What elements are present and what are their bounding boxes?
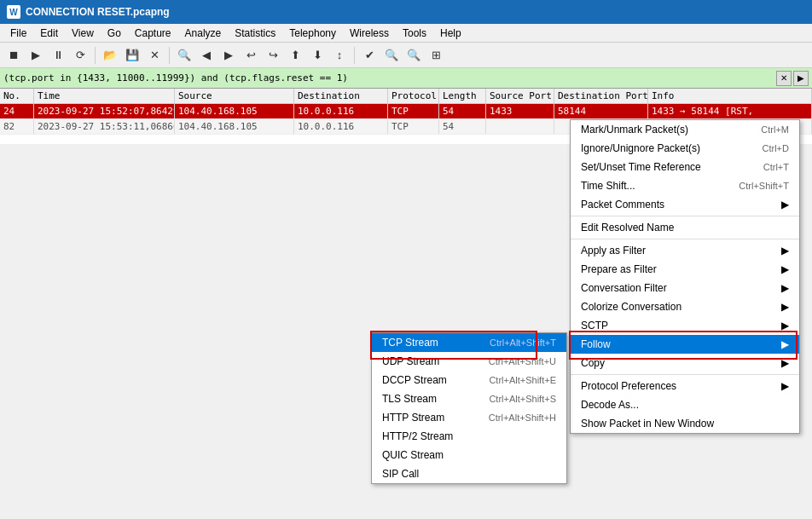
go-back-btn[interactable]: ◀ bbox=[196, 45, 217, 66]
save-btn[interactable]: 💾 bbox=[122, 45, 142, 66]
close-btn[interactable]: ✕ bbox=[144, 45, 165, 66]
packet-dstport: 58144 bbox=[554, 104, 648, 118]
sep1 bbox=[95, 47, 96, 64]
table-row[interactable]: 24 2023-09-27 15:52:07,864298 104.40.168… bbox=[0, 104, 812, 119]
menu-telephony[interactable]: Telephony bbox=[282, 26, 343, 41]
sep2 bbox=[169, 47, 170, 64]
pause-btn[interactable]: ⏸ bbox=[48, 45, 68, 66]
menu-time-ref-label: Set/Unset Time Reference bbox=[581, 161, 701, 173]
menu-copy[interactable]: Copy ▶ bbox=[571, 354, 799, 372]
menu-bar: File Edit View Go Capture Analyze Statis… bbox=[0, 24, 812, 43]
col-header-dest: Destination bbox=[294, 89, 388, 103]
follow-http2-stream[interactable]: HTTP/2 Stream bbox=[372, 427, 566, 446]
follow-sip-call[interactable]: SIP Call bbox=[372, 464, 566, 483]
menu-edit-resolved[interactable]: Edit Resolved Name bbox=[571, 218, 799, 237]
chevron-right-icon: ▶ bbox=[781, 263, 789, 275]
menu-sctp-label: SCTP bbox=[581, 320, 608, 332]
menu-statistics[interactable]: Statistics bbox=[228, 26, 282, 41]
next-btn[interactable]: ↪ bbox=[263, 45, 283, 66]
filter-text[interactable]: (tcp.port in {1433, 11000..11999}) and (… bbox=[3, 72, 774, 84]
separator bbox=[571, 239, 799, 239]
main-context-menu[interactable]: Mark/Unmark Packet(s) Ctrl+M Ignore/Unig… bbox=[570, 119, 800, 434]
filter-apply-btn[interactable]: ✔ bbox=[359, 45, 380, 66]
menu-file[interactable]: File bbox=[3, 26, 33, 41]
filter-close-btn[interactable]: ✕ bbox=[776, 71, 792, 86]
start-btn[interactable]: ▶ bbox=[26, 45, 46, 66]
follow-tcp-stream[interactable]: TCP Stream Ctrl+Alt+Shift+T bbox=[372, 333, 566, 352]
follow-http-stream[interactable]: HTTP Stream Ctrl+Alt+Shift+H bbox=[372, 408, 566, 427]
prev-btn[interactable]: ↩ bbox=[241, 45, 261, 66]
separator bbox=[571, 374, 799, 375]
follow-dccp-stream[interactable]: DCCP Stream Ctrl+Alt+Shift+E bbox=[372, 371, 566, 389]
tls-stream-label: TLS Stream bbox=[382, 393, 437, 405]
packet-proto: TCP bbox=[388, 119, 439, 134]
packet-no: 24 bbox=[0, 104, 34, 118]
menu-mark-unmark[interactable]: Mark/Unmark Packet(s) Ctrl+M bbox=[571, 120, 799, 139]
up-btn[interactable]: ⬆ bbox=[285, 45, 305, 66]
menu-analyze[interactable]: Analyze bbox=[178, 26, 229, 41]
search-btn[interactable]: 🔍 bbox=[174, 45, 194, 66]
packet-time: 2023-09-27 15:52:07,864298 bbox=[34, 104, 175, 118]
menu-protocol-prefs-label: Protocol Preferences bbox=[581, 380, 676, 392]
menu-time-shift[interactable]: Time Shift... Ctrl+Shift+T bbox=[571, 176, 799, 195]
menu-tools[interactable]: Tools bbox=[396, 26, 433, 41]
zoom-out-btn[interactable]: 🔍 bbox=[403, 45, 424, 66]
menu-sctp[interactable]: SCTP ▶ bbox=[571, 316, 799, 335]
menu-colorize[interactable]: Colorize Conversation ▶ bbox=[571, 297, 799, 316]
goto-btn[interactable]: ↕ bbox=[329, 45, 350, 66]
col-header-srcport: Source Port bbox=[486, 89, 554, 103]
packet-info: 1433 → 58144 [RST, bbox=[648, 104, 812, 118]
packet-srcport bbox=[486, 119, 554, 134]
stop-btn[interactable]: ⏹ bbox=[3, 45, 24, 66]
menu-ignore-label: Ignore/Unignore Packet(s) bbox=[581, 142, 700, 154]
col-header-info: Info bbox=[648, 89, 812, 103]
follow-udp-stream[interactable]: UDP Stream Ctrl+Alt+Shift+U bbox=[372, 352, 566, 371]
menu-decode-as[interactable]: Decode As... bbox=[571, 395, 799, 414]
menu-packet-comments[interactable]: Packet Comments ▶ bbox=[571, 195, 799, 214]
zoom-in-btn[interactable]: 🔍 bbox=[381, 45, 402, 66]
http-stream-shortcut: Ctrl+Alt+Shift+H bbox=[489, 412, 556, 423]
menu-protocol-prefs[interactable]: Protocol Preferences ▶ bbox=[571, 377, 799, 395]
menu-time-ref[interactable]: Set/Unset Time Reference Ctrl+T bbox=[571, 158, 799, 176]
http-stream-label: HTTP Stream bbox=[382, 412, 444, 424]
packet-srcport: 1433 bbox=[486, 104, 554, 118]
zoom-fit-btn[interactable]: ⊞ bbox=[426, 45, 446, 66]
follow-quic-stream[interactable]: QUIC Stream bbox=[372, 446, 566, 464]
menu-ignore-unignore[interactable]: Ignore/Unignore Packet(s) Ctrl+D bbox=[571, 139, 799, 158]
filter-apply-icon[interactable]: ▶ bbox=[793, 71, 809, 86]
menu-follow[interactable]: Follow ▶ bbox=[571, 335, 799, 354]
dccp-stream-shortcut: Ctrl+Alt+Shift+E bbox=[489, 375, 556, 385]
menu-apply-filter-label: Apply as Filter bbox=[581, 245, 646, 257]
menu-wireless[interactable]: Wireless bbox=[343, 26, 396, 41]
window-title: CONNECTION RESET.pcapng bbox=[26, 6, 170, 18]
menu-show-packet-new-window[interactable]: Show Packet in New Window bbox=[571, 414, 799, 433]
chevron-right-icon: ▶ bbox=[781, 357, 789, 369]
menu-prepare-filter[interactable]: Prepare as Filter ▶ bbox=[571, 260, 799, 279]
restart-btn[interactable]: ⟳ bbox=[70, 45, 90, 66]
follow-tls-stream[interactable]: TLS Stream Ctrl+Alt+Shift+S bbox=[372, 389, 566, 408]
follow-submenu[interactable]: TCP Stream Ctrl+Alt+Shift+T UDP Stream C… bbox=[371, 332, 567, 484]
down-btn[interactable]: ⬇ bbox=[307, 45, 328, 66]
tcp-stream-shortcut: Ctrl+Alt+Shift+T bbox=[490, 337, 556, 348]
menu-help[interactable]: Help bbox=[433, 26, 468, 41]
go-fwd-btn[interactable]: ▶ bbox=[218, 45, 239, 66]
menu-mark-shortcut: Ctrl+M bbox=[761, 124, 789, 135]
menu-go[interactable]: Go bbox=[101, 26, 128, 41]
menu-edit[interactable]: Edit bbox=[33, 26, 65, 41]
filter-bar[interactable]: (tcp.port in {1433, 11000..11999}) and (… bbox=[0, 68, 812, 89]
packet-time: 2023-09-27 15:53:11,068601 bbox=[34, 119, 175, 134]
col-header-dstport: Destination Port bbox=[554, 89, 648, 103]
menu-apply-filter[interactable]: Apply as Filter ▶ bbox=[571, 241, 799, 260]
quic-stream-label: QUIC Stream bbox=[382, 449, 444, 461]
http2-stream-label: HTTP/2 Stream bbox=[382, 430, 453, 442]
menu-conversation-filter-label: Conversation Filter bbox=[581, 282, 667, 294]
toolbar: ⏹ ▶ ⏸ ⟳ 📂 💾 ✕ 🔍 ◀ ▶ ↩ ↪ ⬆ ⬇ ↕ ✔ 🔍 🔍 ⊞ bbox=[0, 43, 812, 68]
menu-capture[interactable]: Capture bbox=[128, 26, 178, 41]
menu-view[interactable]: View bbox=[65, 26, 101, 41]
packet-len: 54 bbox=[439, 104, 486, 118]
udp-stream-label: UDP Stream bbox=[382, 355, 439, 367]
menu-conversation-filter[interactable]: Conversation Filter ▶ bbox=[571, 279, 799, 297]
sip-call-label: SIP Call bbox=[382, 468, 419, 480]
open-btn[interactable]: 📂 bbox=[100, 45, 120, 66]
menu-follow-label: Follow bbox=[581, 338, 611, 350]
